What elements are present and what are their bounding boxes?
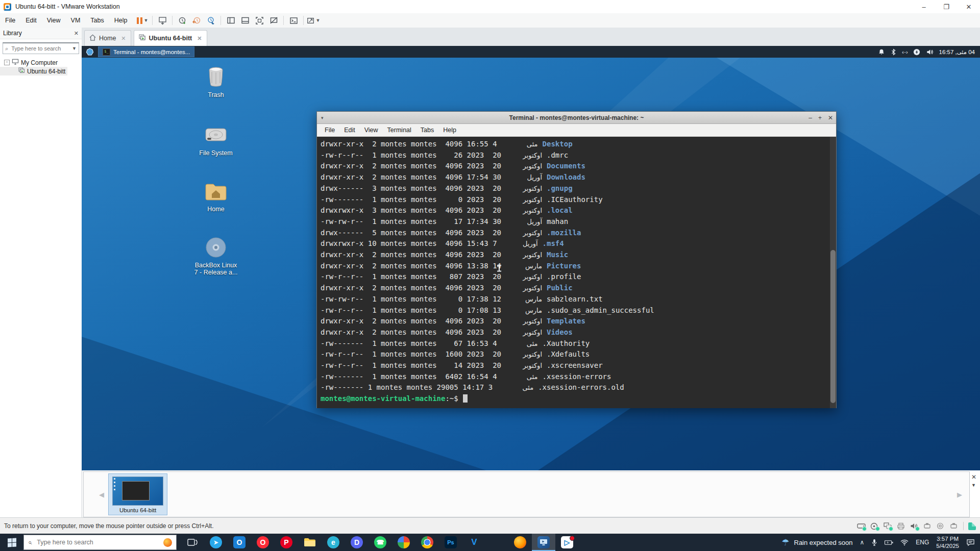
taskbar-clock[interactable]: 3:57 PM 5/4/2025 xyxy=(936,535,959,549)
desktop-icon-backbox-linux[interactable]: BackBox Linux7 - Release a... xyxy=(188,236,244,276)
applications-menu-icon[interactable] xyxy=(86,48,94,56)
panel-clock[interactable]: 04 مئى, 16:57 xyxy=(939,48,975,56)
terminal-window[interactable]: ▾ Terminal - montes@montes-virtual-machi… xyxy=(316,111,837,408)
hard-disk-status-icon[interactable] xyxy=(857,522,866,530)
library-search[interactable]: ⌕ ▼ xyxy=(3,42,79,54)
full-screen-button[interactable] xyxy=(253,15,266,26)
whatsapp-icon[interactable]: ☎ xyxy=(369,534,392,551)
webcam-status-icon[interactable] xyxy=(937,522,945,530)
thumbnail-bar-close-icon[interactable]: ✕ xyxy=(971,473,976,481)
network-icon[interactable]: ‹··› xyxy=(902,49,908,55)
weather-widget[interactable]: ☂ Rain expected soon xyxy=(781,537,852,548)
network-adapter-status-icon[interactable] xyxy=(884,522,892,530)
terminal-close-button[interactable]: ✕ xyxy=(828,114,833,121)
chrome-icon[interactable] xyxy=(415,534,439,551)
terminal-menu-help[interactable]: Help xyxy=(438,124,461,136)
start-button[interactable] xyxy=(0,534,23,551)
thumbnail-scroll-left-icon[interactable]: ◀ xyxy=(99,491,104,498)
outlook-icon[interactable]: O xyxy=(228,534,251,551)
terminal-titlebar[interactable]: ▾ Terminal - montes@montes-virtual-machi… xyxy=(317,112,836,124)
volume-icon[interactable] xyxy=(926,48,934,56)
desktop-icon-file-system[interactable]: File System xyxy=(188,123,244,157)
vmware-workstation-icon[interactable] xyxy=(532,534,555,551)
opera-icon[interactable]: O xyxy=(251,534,275,551)
menu-vm[interactable]: VM xyxy=(66,13,86,28)
menu-file[interactable]: File xyxy=(0,13,20,28)
panel-taskbar-button[interactable]: $_ Terminal - montes@montes... xyxy=(98,46,194,57)
library-close-icon[interactable]: ✕ xyxy=(74,30,79,37)
stretch-guest-button[interactable]: ▼ xyxy=(307,15,320,26)
power-manager-icon[interactable] xyxy=(913,48,920,56)
menu-help[interactable]: Help xyxy=(109,13,133,28)
action-center-icon[interactable] xyxy=(966,539,975,546)
thumbnail-scroll-right-icon[interactable]: ▶ xyxy=(957,491,962,498)
tab-close-icon[interactable]: ✕ xyxy=(197,35,202,42)
take-snapshot-button[interactable] xyxy=(176,15,189,26)
desktop-icon-trash[interactable]: Trash xyxy=(188,65,244,98)
tree-expander-icon[interactable]: − xyxy=(4,60,10,65)
photoshop-icon[interactable]: Ps xyxy=(439,534,462,551)
vm-display[interactable]: $_ Terminal - montes@montes... ‹··› 04 م… xyxy=(82,46,980,470)
media-player-icon[interactable]: ▷ xyxy=(555,534,579,551)
thumbnail-bar-collapse-icon[interactable]: ▼ xyxy=(971,483,976,488)
tree-item-ubuntu-64-bitt[interactable]: Ubuntu 64-bitt xyxy=(0,67,67,76)
hidden-icons-chevron[interactable]: ∧ xyxy=(860,539,864,546)
tab-close-icon[interactable]: ✕ xyxy=(121,35,126,42)
terminal-menu-file[interactable]: File xyxy=(320,124,339,136)
desktop-icon-home[interactable]: Home xyxy=(188,180,244,213)
microphone-icon[interactable] xyxy=(871,539,877,546)
edge-icon[interactable]: e xyxy=(322,534,345,551)
minimize-button[interactable]: – xyxy=(913,0,935,13)
scrollbar-thumb[interactable] xyxy=(830,250,836,403)
bluetooth-icon[interactable] xyxy=(891,48,896,56)
battery-icon[interactable] xyxy=(885,539,893,545)
firefox-icon[interactable] xyxy=(508,534,532,551)
discord-icon[interactable]: D xyxy=(345,534,369,551)
terminal-menu-terminal[interactable]: Terminal xyxy=(383,124,416,136)
menu-view[interactable]: View xyxy=(42,13,66,28)
library-search-input[interactable] xyxy=(10,45,71,52)
unity-mode-button[interactable] xyxy=(267,15,280,26)
search-highlights-icon[interactable] xyxy=(163,538,172,547)
vmware-tools-icon[interactable] xyxy=(968,522,976,530)
manage-snapshots-button[interactable] xyxy=(204,15,217,26)
maximize-button[interactable]: ❐ xyxy=(935,0,958,13)
revert-snapshot-button[interactable] xyxy=(190,15,203,26)
telegram-icon[interactable]: ➤ xyxy=(204,534,228,551)
terminal-maximize-button[interactable]: + xyxy=(818,114,822,121)
wifi-icon[interactable] xyxy=(900,539,909,545)
search-dropdown-icon[interactable]: ▼ xyxy=(72,46,77,51)
tree-item-my-computer[interactable]: −My Computer xyxy=(0,58,82,67)
send-ctrl-alt-del-button[interactable] xyxy=(156,15,169,26)
terminal-minimize-button[interactable]: – xyxy=(808,114,812,121)
task-view-icon[interactable] xyxy=(181,534,204,551)
menu-tabs[interactable]: Tabs xyxy=(85,13,109,28)
toggle-thumbnail-bar-button[interactable] xyxy=(238,15,252,26)
taskbar-search-input[interactable] xyxy=(36,538,159,546)
vm-thumbnail[interactable]: Ubuntu 64-bitt xyxy=(108,473,167,515)
optical-drive-status-icon[interactable] xyxy=(870,522,879,530)
console-view-button[interactable] xyxy=(287,15,300,26)
file-explorer-icon[interactable] xyxy=(298,534,322,551)
terminal-menu-tabs[interactable]: Tabs xyxy=(416,124,438,136)
tab-home[interactable]: Home✕ xyxy=(84,30,131,46)
terminal-dropdown-icon[interactable]: ▾ xyxy=(321,115,324,120)
photos-icon[interactable] xyxy=(392,534,415,551)
terminal-scrollbar[interactable] xyxy=(830,137,836,408)
terminal-content[interactable]: drwxr-xr-x 2 montes montes 4096 16:55 4م… xyxy=(317,137,836,408)
v-app-icon[interactable]: V xyxy=(462,534,486,551)
usb-device-1-status-icon[interactable] xyxy=(923,522,932,530)
pause-button[interactable]: ▼ xyxy=(136,15,149,26)
notification-bell-icon[interactable] xyxy=(878,48,885,56)
taskbar-search[interactable]: ⌕ xyxy=(23,535,177,550)
toggle-library-button[interactable] xyxy=(224,15,237,26)
usb-device-2-status-icon[interactable] xyxy=(950,522,959,530)
tab-ubuntu-64-bitt[interactable]: Ubuntu 64-bitt✕ xyxy=(134,30,207,46)
terminal-menu-view[interactable]: View xyxy=(360,124,383,136)
close-button[interactable]: ✕ xyxy=(958,0,980,13)
language-indicator[interactable]: ENG xyxy=(916,539,929,546)
menu-edit[interactable]: Edit xyxy=(20,13,42,28)
printer-status-icon[interactable] xyxy=(897,522,905,530)
sound-status-icon[interactable] xyxy=(910,522,919,530)
terminal-menu-edit[interactable]: Edit xyxy=(339,124,360,136)
